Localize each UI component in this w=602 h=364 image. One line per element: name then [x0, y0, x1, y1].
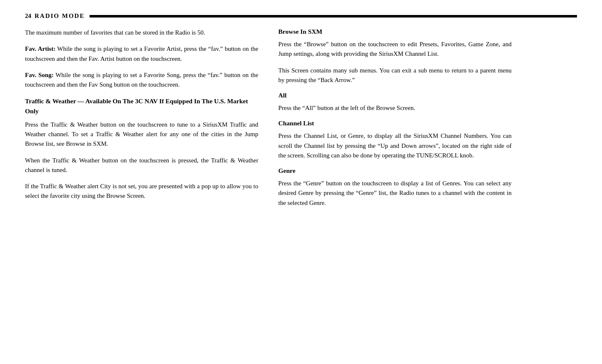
fav-song-text: While the song is playing to set a Favor… — [25, 72, 258, 88]
header-bar — [90, 15, 577, 17]
page-container: 24 RADIO MODE The maximum number of favo… — [0, 0, 602, 364]
right-column: Browse In SXM Press the “Browse” button … — [278, 28, 512, 214]
page-header: 24 RADIO MODE — [25, 12, 577, 20]
fav-artist-paragraph: Fav. Artist: While the song is playing t… — [25, 44, 258, 64]
intro-paragraph: The maximum number of favorites that can… — [25, 28, 258, 37]
traffic-p2: When the Traffic & Weather button on the… — [25, 156, 258, 175]
browse-heading: Browse In SXM — [278, 28, 512, 35]
fav-artist-label: Fav. Artist: — [25, 45, 55, 52]
all-heading: All — [278, 92, 512, 99]
fav-song-paragraph: Fav. Song: While the song is playing to … — [25, 70, 258, 90]
genre-heading: Genre — [278, 167, 512, 175]
all-p1: Press the “All” button at the left of th… — [278, 103, 512, 113]
left-column: The maximum number of favorites that can… — [25, 28, 258, 214]
page-title: RADIO MODE — [35, 12, 85, 20]
page-number: 24 — [25, 12, 31, 20]
traffic-heading: Traffic & Weather — Available On The 3C … — [25, 96, 258, 116]
traffic-p3: If the Traffic & Weather alert City is n… — [25, 182, 258, 201]
fav-artist-text: While the song is playing to set a Favor… — [25, 45, 258, 62]
channel-list-heading: Channel List — [278, 120, 512, 127]
browse-p1: Press the “Browse” button on the touchsc… — [278, 40, 512, 59]
content-columns: The maximum number of favorites that can… — [25, 28, 577, 214]
channel-list-p1: Press the Channel List, or Genre, to dis… — [278, 131, 512, 160]
browse-p2: This Screen contains many sub menus. You… — [278, 66, 512, 85]
genre-p1: Press the “Genre” button on the touchscr… — [278, 179, 512, 208]
traffic-p1: Press the Traffic & Weather button on th… — [25, 120, 258, 149]
fav-song-label: Fav. Song: — [25, 72, 54, 78]
